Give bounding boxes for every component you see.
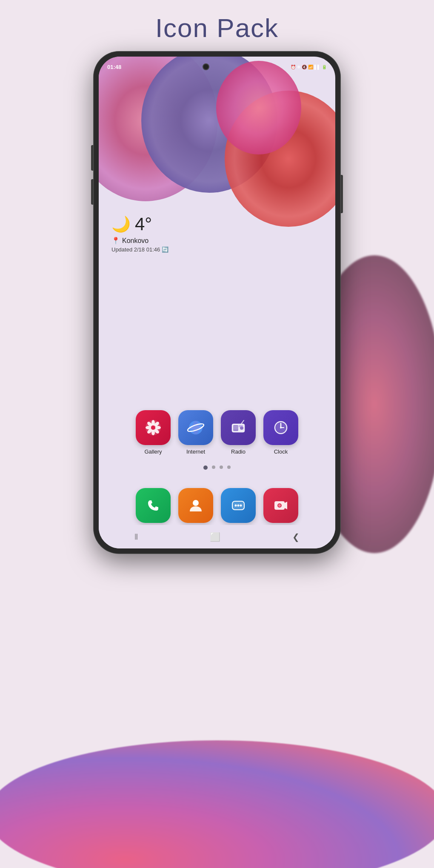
page-indicators xyxy=(99,465,335,470)
radio-label: Radio xyxy=(231,448,246,455)
nav-recent-icon[interactable]: ⦀ xyxy=(134,532,138,542)
svg-marker-35 xyxy=(285,502,287,509)
clock-label: Clock xyxy=(274,448,288,455)
app-item-gallery[interactable]: Gallery xyxy=(136,410,171,455)
wallpaper xyxy=(99,57,335,327)
silent-icon: 🔇 xyxy=(302,65,307,69)
phone-frame: 01:48 ⏰ ✻ 🔇 📶 ▌▌ 🔋 🌙 4° 📍 Konkovo Update… xyxy=(94,51,340,554)
nav-back-icon[interactable]: ❮ xyxy=(292,532,300,542)
svg-point-31 xyxy=(235,505,237,507)
svg-point-33 xyxy=(240,505,242,507)
status-bar: 01:48 ⏰ ✻ 🔇 📶 ▌▌ 🔋 xyxy=(99,57,335,74)
signal-icon: ▌▌ xyxy=(314,65,320,69)
radio-icon[interactable] xyxy=(221,410,256,445)
flower-fade xyxy=(99,263,335,327)
dock-camera-icon[interactable] xyxy=(263,488,298,523)
gallery-label: Gallery xyxy=(144,448,162,455)
flower-pink2 xyxy=(216,61,301,154)
svg-point-27 xyxy=(280,427,282,428)
nav-bar: ⦀ ⬜ ❮ xyxy=(99,525,335,548)
svg-rect-22 xyxy=(239,425,243,427)
indicator-2[interactable] xyxy=(212,465,215,469)
svg-rect-16 xyxy=(233,425,238,431)
app-grid: Gallery Internet xyxy=(99,410,335,455)
indicator-3[interactable] xyxy=(220,465,223,469)
internet-label: Internet xyxy=(186,448,205,455)
status-icons: ⏰ ✻ 🔇 📶 ▌▌ 🔋 xyxy=(291,65,327,69)
dock-contacts-icon[interactable] xyxy=(178,488,213,523)
weather-temp-row: 🌙 4° xyxy=(111,214,168,234)
dock xyxy=(99,488,335,523)
indicator-4[interactable] xyxy=(227,465,231,469)
weather-updated: Updated 2/18 01:46 🔄 xyxy=(111,246,168,253)
svg-point-28 xyxy=(193,500,199,506)
internet-icon[interactable] xyxy=(178,410,213,445)
svg-line-21 xyxy=(241,420,244,424)
weather-temperature: 4° xyxy=(135,214,152,234)
app-item-radio[interactable]: Radio xyxy=(221,410,256,455)
bluetooth-icon: ✻ xyxy=(297,65,300,69)
dock-phone-icon[interactable] xyxy=(136,488,171,523)
weather-widget: 🌙 4° 📍 Konkovo Updated 2/18 01:46 🔄 xyxy=(111,214,168,253)
page-title: Icon Pack xyxy=(155,13,279,43)
location-pin-icon: 📍 xyxy=(111,237,120,245)
front-camera xyxy=(203,63,209,70)
wifi-icon: 📶 xyxy=(308,65,313,69)
phone-screen: 01:48 ⏰ ✻ 🔇 📶 ▌▌ 🔋 🌙 4° 📍 Konkovo Update… xyxy=(99,57,335,548)
clock-icon[interactable] xyxy=(263,410,298,445)
alarm-icon: ⏰ xyxy=(291,65,296,69)
app-item-internet[interactable]: Internet xyxy=(178,410,213,455)
svg-point-12 xyxy=(189,425,203,430)
svg-point-32 xyxy=(237,505,240,507)
gallery-icon[interactable] xyxy=(136,410,171,445)
status-time: 01:48 xyxy=(107,64,121,70)
dock-messages-icon[interactable] xyxy=(221,488,256,523)
svg-point-9 xyxy=(151,425,155,430)
weather-city: Konkovo xyxy=(122,237,148,245)
app-item-clock[interactable]: Clock xyxy=(263,410,298,455)
indicator-1[interactable] xyxy=(203,465,208,470)
nav-home-icon[interactable]: ⬜ xyxy=(210,532,220,542)
svg-point-37 xyxy=(278,504,281,507)
bg-flowers-bottom xyxy=(0,740,434,868)
weather-moon-icon: 🌙 xyxy=(111,215,131,233)
weather-location: 📍 Konkovo xyxy=(111,237,168,245)
battery-icon: 🔋 xyxy=(322,65,327,69)
